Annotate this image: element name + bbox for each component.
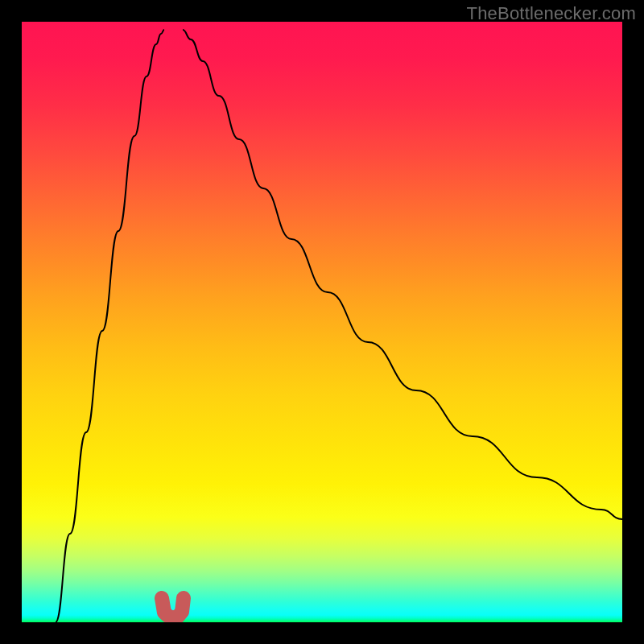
curve-right-branch	[183, 30, 622, 519]
bottleneck-curve	[22, 22, 622, 622]
plot-area	[22, 22, 622, 622]
curve-left-branch	[56, 30, 164, 622]
watermark-text: TheBottlenecker.com	[467, 3, 636, 24]
